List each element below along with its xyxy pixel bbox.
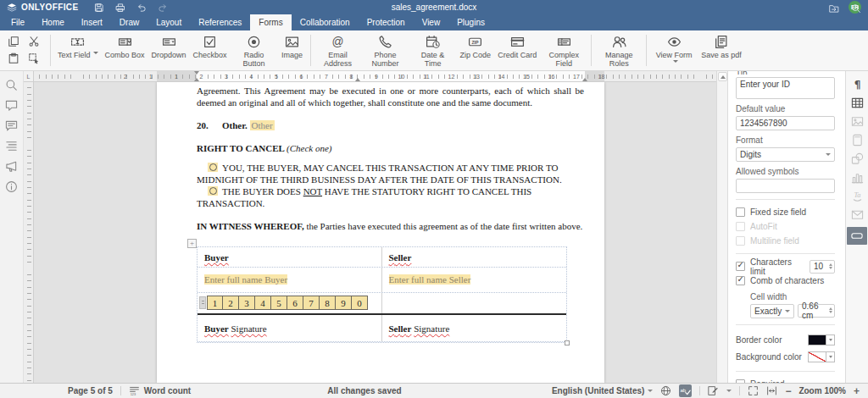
seller-name-cell[interactable]: Enter full name Seller bbox=[382, 268, 567, 292]
spinner-arrows[interactable] bbox=[829, 307, 832, 315]
seller-signature-cell[interactable]: Seller Signature bbox=[382, 315, 567, 341]
indent-marker[interactable] bbox=[582, 75, 587, 81]
comb-cell[interactable]: 2 bbox=[223, 296, 239, 310]
folder-open-icon[interactable] bbox=[829, 3, 839, 14]
tab-layout[interactable]: Layout bbox=[147, 14, 190, 30]
tab-view[interactable]: View bbox=[414, 14, 449, 30]
comb-cell[interactable]: 8 bbox=[320, 296, 336, 310]
fixed-size-field-checkbox[interactable]: Fixed size field bbox=[736, 206, 835, 218]
seller-header-cell[interactable]: Seller bbox=[382, 247, 567, 267]
tab-stop-selector[interactable]: L bbox=[24, 71, 34, 82]
save-as-pdf-button[interactable]: Save as pdf bbox=[698, 30, 745, 70]
credit-card-button[interactable]: Credit Card bbox=[494, 30, 540, 70]
table-move-handle[interactable]: + bbox=[187, 239, 197, 248]
radio-button-field[interactable] bbox=[208, 186, 218, 196]
comb-of-characters-field[interactable]: 1234567890 bbox=[207, 296, 368, 310]
fit-page-icon[interactable] bbox=[748, 385, 759, 396]
phone-number-button[interactable]: Phone Number bbox=[362, 30, 409, 70]
manage-roles-button[interactable]: Manage Roles bbox=[595, 30, 643, 70]
format-select[interactable]: Digits bbox=[736, 147, 835, 162]
zoom-out-button[interactable]: − bbox=[785, 385, 791, 397]
tab-home[interactable]: Home bbox=[33, 14, 73, 30]
text-field-button[interactable]: Text Field bbox=[54, 30, 102, 70]
buyer-id-cell[interactable]: 1234567890 bbox=[198, 293, 382, 313]
comb-cell[interactable]: 6 bbox=[287, 296, 303, 310]
word-count-button[interactable]: 123 Word count bbox=[129, 385, 191, 396]
navigation-icon[interactable] bbox=[5, 140, 18, 152]
vertical-ruler[interactable] bbox=[24, 82, 34, 383]
buyer-name-cell[interactable]: Enter full name Buyer bbox=[198, 268, 382, 292]
spellcheck-icon[interactable]: ab bbox=[679, 384, 692, 397]
comb-cell[interactable]: 4 bbox=[255, 296, 271, 310]
search-icon[interactable] bbox=[5, 79, 18, 91]
zoom-in-button[interactable]: + bbox=[854, 385, 860, 397]
print-icon[interactable] bbox=[115, 3, 125, 13]
tab-protection[interactable]: Protection bbox=[359, 14, 414, 30]
set-language-icon[interactable] bbox=[660, 385, 671, 396]
date-time-button[interactable]: Date & Time bbox=[409, 30, 457, 70]
radio-button-field[interactable] bbox=[208, 163, 218, 172]
buyer-name-field[interactable]: Enter full name Buyer bbox=[204, 274, 287, 285]
table-resize-handle[interactable] bbox=[565, 340, 570, 345]
image-settings-icon[interactable] bbox=[851, 115, 864, 128]
border-color-swatch[interactable] bbox=[808, 334, 826, 345]
textart-settings-icon[interactable]: Ta bbox=[851, 190, 864, 202]
about-icon[interactable] bbox=[5, 180, 18, 193]
tab-file[interactable]: File bbox=[3, 14, 33, 30]
background-color-swatch[interactable] bbox=[808, 351, 826, 362]
buyer-signature-cell[interactable]: Buyer Signature bbox=[198, 315, 382, 341]
image-button[interactable]: Image bbox=[278, 30, 307, 70]
paragraph-settings-icon[interactable]: ¶ bbox=[851, 78, 864, 91]
radio-button-button[interactable]: Radio Button bbox=[231, 30, 278, 70]
indent-marker[interactable] bbox=[355, 75, 360, 81]
shape-settings-icon[interactable] bbox=[851, 152, 864, 165]
comb-cell[interactable]: 5 bbox=[271, 296, 287, 310]
field-anchor-handle[interactable] bbox=[199, 296, 206, 309]
vertical-scrollbar[interactable] bbox=[716, 71, 727, 383]
buyer-header-cell[interactable]: Buyer bbox=[198, 247, 382, 267]
dropdown-button[interactable]: Dropdown bbox=[148, 30, 190, 70]
tab-insert[interactable]: Insert bbox=[73, 14, 111, 30]
seller-name-field[interactable]: Enter full name Seller bbox=[389, 274, 471, 285]
other-text-field[interactable]: Other bbox=[250, 120, 275, 130]
mailmerge-settings-icon[interactable] bbox=[851, 208, 864, 221]
table-settings-icon[interactable] bbox=[851, 97, 864, 109]
comb-cell[interactable]: 0 bbox=[352, 296, 368, 310]
view-form-button[interactable]: View Form bbox=[650, 30, 698, 70]
default-value-input[interactable]: 1234567890 bbox=[736, 116, 835, 130]
seller-id-cell[interactable] bbox=[382, 293, 567, 313]
redo-icon[interactable] bbox=[158, 3, 168, 13]
chevron-down-icon[interactable] bbox=[826, 334, 835, 345]
tab-plugins[interactable]: Plugins bbox=[448, 14, 493, 30]
combo-box-button[interactable]: Combo Box bbox=[102, 30, 148, 70]
undo-icon[interactable] bbox=[136, 3, 147, 13]
radio-option[interactable]: THE BUYER DOES NOT HAVE THE STATUTORY RI… bbox=[197, 185, 584, 209]
fit-width-icon[interactable] bbox=[766, 385, 777, 396]
cell-width-mode-select[interactable]: Exactly bbox=[750, 304, 794, 318]
signature-table[interactable]: + Buyer Seller Enter full name Buyer Ent… bbox=[197, 246, 567, 343]
comments-icon[interactable] bbox=[5, 99, 18, 112]
tab-draw[interactable]: Draw bbox=[111, 14, 147, 30]
tab-forms[interactable]: Forms bbox=[250, 14, 291, 30]
page-indicator[interactable]: Page 5 of 5 bbox=[68, 386, 113, 395]
track-changes-icon[interactable] bbox=[708, 385, 719, 396]
indent-marker[interactable] bbox=[194, 75, 199, 81]
allowed-symbols-input[interactable] bbox=[736, 179, 835, 193]
spinner-arrows[interactable] bbox=[829, 263, 832, 271]
search-icon[interactable] bbox=[851, 3, 861, 14]
scroll-up-button[interactable] bbox=[718, 72, 727, 81]
chat-icon[interactable] bbox=[5, 119, 18, 132]
form-settings-icon[interactable] bbox=[847, 227, 867, 245]
email-address-button[interactable]: @Email Address bbox=[314, 30, 362, 70]
cut-icon[interactable] bbox=[28, 36, 40, 47]
radio-option[interactable]: YOU, THE BUYER, MAY CANCEL THIS TRANSACT… bbox=[197, 162, 584, 185]
comb-cell[interactable]: 9 bbox=[336, 296, 352, 310]
comb-cell[interactable]: 3 bbox=[239, 296, 255, 310]
characters-limit-checkbox[interactable]: Characters limit 10 bbox=[736, 260, 835, 273]
complex-field-button[interactable]: Complex Field bbox=[540, 30, 587, 70]
tip-input[interactable]: Enter your ID bbox=[736, 77, 835, 99]
horizontal-ruler[interactable]: 21123456789101112131415161718 bbox=[34, 71, 716, 82]
zoom-value[interactable]: Zoom 100% bbox=[798, 386, 846, 395]
tab-references[interactable]: References bbox=[190, 14, 250, 30]
comb-cell[interactable]: 1 bbox=[207, 296, 223, 310]
